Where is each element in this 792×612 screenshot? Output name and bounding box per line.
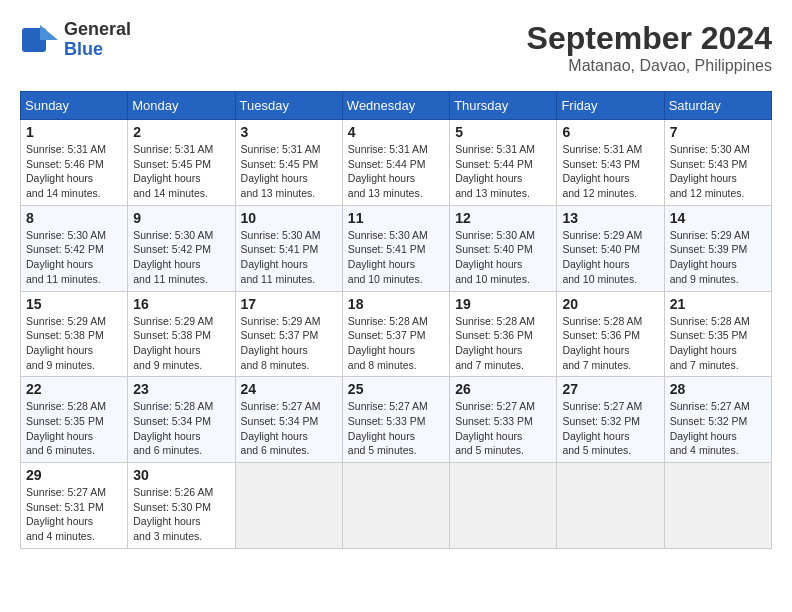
calendar-cell: 23 Sunrise: 5:28 AM Sunset: 5:34 PM Dayl… bbox=[128, 377, 235, 463]
calendar-week-row: 8 Sunrise: 5:30 AM Sunset: 5:42 PM Dayli… bbox=[21, 205, 772, 291]
calendar-cell: 3 Sunrise: 5:31 AM Sunset: 5:45 PM Dayli… bbox=[235, 120, 342, 206]
page-header: General Blue September 2024 Matanao, Dav… bbox=[20, 20, 772, 75]
calendar-title: September 2024 bbox=[527, 20, 772, 57]
day-number: 28 bbox=[670, 381, 766, 397]
calendar-cell: 17 Sunrise: 5:29 AM Sunset: 5:37 PM Dayl… bbox=[235, 291, 342, 377]
day-number: 3 bbox=[241, 124, 337, 140]
day-info: Sunrise: 5:27 AM Sunset: 5:33 PM Dayligh… bbox=[455, 399, 551, 458]
calendar-cell: 26 Sunrise: 5:27 AM Sunset: 5:33 PM Dayl… bbox=[450, 377, 557, 463]
day-info: Sunrise: 5:28 AM Sunset: 5:35 PM Dayligh… bbox=[670, 314, 766, 373]
logo-line2: Blue bbox=[64, 40, 131, 60]
calendar-cell: 11 Sunrise: 5:30 AM Sunset: 5:41 PM Dayl… bbox=[342, 205, 449, 291]
day-number: 14 bbox=[670, 210, 766, 226]
day-number: 30 bbox=[133, 467, 229, 483]
svg-marker-1 bbox=[40, 25, 58, 40]
calendar-week-row: 1 Sunrise: 5:31 AM Sunset: 5:46 PM Dayli… bbox=[21, 120, 772, 206]
day-info: Sunrise: 5:30 AM Sunset: 5:40 PM Dayligh… bbox=[455, 228, 551, 287]
day-info: Sunrise: 5:30 AM Sunset: 5:42 PM Dayligh… bbox=[26, 228, 122, 287]
calendar-cell bbox=[450, 463, 557, 549]
day-number: 21 bbox=[670, 296, 766, 312]
day-info: Sunrise: 5:30 AM Sunset: 5:42 PM Dayligh… bbox=[133, 228, 229, 287]
calendar-cell: 24 Sunrise: 5:27 AM Sunset: 5:34 PM Dayl… bbox=[235, 377, 342, 463]
calendar-table: SundayMondayTuesdayWednesdayThursdayFrid… bbox=[20, 91, 772, 549]
day-info: Sunrise: 5:28 AM Sunset: 5:34 PM Dayligh… bbox=[133, 399, 229, 458]
calendar-cell: 21 Sunrise: 5:28 AM Sunset: 5:35 PM Dayl… bbox=[664, 291, 771, 377]
day-number: 20 bbox=[562, 296, 658, 312]
calendar-subtitle: Matanao, Davao, Philippines bbox=[527, 57, 772, 75]
day-info: Sunrise: 5:26 AM Sunset: 5:30 PM Dayligh… bbox=[133, 485, 229, 544]
day-number: 9 bbox=[133, 210, 229, 226]
calendar-cell: 19 Sunrise: 5:28 AM Sunset: 5:36 PM Dayl… bbox=[450, 291, 557, 377]
calendar-cell: 27 Sunrise: 5:27 AM Sunset: 5:32 PM Dayl… bbox=[557, 377, 664, 463]
calendar-cell: 14 Sunrise: 5:29 AM Sunset: 5:39 PM Dayl… bbox=[664, 205, 771, 291]
day-number: 1 bbox=[26, 124, 122, 140]
day-info: Sunrise: 5:27 AM Sunset: 5:33 PM Dayligh… bbox=[348, 399, 444, 458]
day-number: 2 bbox=[133, 124, 229, 140]
day-info: Sunrise: 5:31 AM Sunset: 5:45 PM Dayligh… bbox=[133, 142, 229, 201]
day-number: 12 bbox=[455, 210, 551, 226]
logo: General Blue bbox=[20, 20, 131, 60]
day-info: Sunrise: 5:30 AM Sunset: 5:41 PM Dayligh… bbox=[348, 228, 444, 287]
calendar-col-header: Wednesday bbox=[342, 92, 449, 120]
calendar-cell: 25 Sunrise: 5:27 AM Sunset: 5:33 PM Dayl… bbox=[342, 377, 449, 463]
calendar-cell: 1 Sunrise: 5:31 AM Sunset: 5:46 PM Dayli… bbox=[21, 120, 128, 206]
day-info: Sunrise: 5:29 AM Sunset: 5:38 PM Dayligh… bbox=[26, 314, 122, 373]
day-info: Sunrise: 5:30 AM Sunset: 5:41 PM Dayligh… bbox=[241, 228, 337, 287]
logo-line1: General bbox=[64, 20, 131, 40]
day-info: Sunrise: 5:28 AM Sunset: 5:36 PM Dayligh… bbox=[562, 314, 658, 373]
day-number: 25 bbox=[348, 381, 444, 397]
day-info: Sunrise: 5:27 AM Sunset: 5:31 PM Dayligh… bbox=[26, 485, 122, 544]
calendar-col-header: Tuesday bbox=[235, 92, 342, 120]
calendar-cell: 2 Sunrise: 5:31 AM Sunset: 5:45 PM Dayli… bbox=[128, 120, 235, 206]
calendar-col-header: Monday bbox=[128, 92, 235, 120]
day-info: Sunrise: 5:28 AM Sunset: 5:37 PM Dayligh… bbox=[348, 314, 444, 373]
day-info: Sunrise: 5:29 AM Sunset: 5:37 PM Dayligh… bbox=[241, 314, 337, 373]
day-number: 8 bbox=[26, 210, 122, 226]
day-number: 19 bbox=[455, 296, 551, 312]
day-info: Sunrise: 5:29 AM Sunset: 5:40 PM Dayligh… bbox=[562, 228, 658, 287]
calendar-week-row: 15 Sunrise: 5:29 AM Sunset: 5:38 PM Dayl… bbox=[21, 291, 772, 377]
day-info: Sunrise: 5:31 AM Sunset: 5:46 PM Dayligh… bbox=[26, 142, 122, 201]
day-info: Sunrise: 5:27 AM Sunset: 5:32 PM Dayligh… bbox=[670, 399, 766, 458]
calendar-col-header: Saturday bbox=[664, 92, 771, 120]
calendar-cell: 29 Sunrise: 5:27 AM Sunset: 5:31 PM Dayl… bbox=[21, 463, 128, 549]
calendar-cell: 13 Sunrise: 5:29 AM Sunset: 5:40 PM Dayl… bbox=[557, 205, 664, 291]
day-number: 16 bbox=[133, 296, 229, 312]
day-info: Sunrise: 5:31 AM Sunset: 5:44 PM Dayligh… bbox=[348, 142, 444, 201]
day-number: 4 bbox=[348, 124, 444, 140]
calendar-cell: 20 Sunrise: 5:28 AM Sunset: 5:36 PM Dayl… bbox=[557, 291, 664, 377]
day-number: 27 bbox=[562, 381, 658, 397]
day-info: Sunrise: 5:30 AM Sunset: 5:43 PM Dayligh… bbox=[670, 142, 766, 201]
day-info: Sunrise: 5:27 AM Sunset: 5:34 PM Dayligh… bbox=[241, 399, 337, 458]
calendar-cell: 22 Sunrise: 5:28 AM Sunset: 5:35 PM Dayl… bbox=[21, 377, 128, 463]
calendar-cell bbox=[557, 463, 664, 549]
day-number: 24 bbox=[241, 381, 337, 397]
calendar-cell: 8 Sunrise: 5:30 AM Sunset: 5:42 PM Dayli… bbox=[21, 205, 128, 291]
calendar-header-row: SundayMondayTuesdayWednesdayThursdayFrid… bbox=[21, 92, 772, 120]
day-info: Sunrise: 5:29 AM Sunset: 5:38 PM Dayligh… bbox=[133, 314, 229, 373]
day-number: 17 bbox=[241, 296, 337, 312]
day-info: Sunrise: 5:29 AM Sunset: 5:39 PM Dayligh… bbox=[670, 228, 766, 287]
calendar-cell: 12 Sunrise: 5:30 AM Sunset: 5:40 PM Dayl… bbox=[450, 205, 557, 291]
day-number: 15 bbox=[26, 296, 122, 312]
calendar-cell: 15 Sunrise: 5:29 AM Sunset: 5:38 PM Dayl… bbox=[21, 291, 128, 377]
calendar-cell: 18 Sunrise: 5:28 AM Sunset: 5:37 PM Dayl… bbox=[342, 291, 449, 377]
day-info: Sunrise: 5:27 AM Sunset: 5:32 PM Dayligh… bbox=[562, 399, 658, 458]
day-info: Sunrise: 5:28 AM Sunset: 5:35 PM Dayligh… bbox=[26, 399, 122, 458]
day-info: Sunrise: 5:31 AM Sunset: 5:45 PM Dayligh… bbox=[241, 142, 337, 201]
day-info: Sunrise: 5:31 AM Sunset: 5:43 PM Dayligh… bbox=[562, 142, 658, 201]
calendar-cell bbox=[342, 463, 449, 549]
day-number: 23 bbox=[133, 381, 229, 397]
calendar-cell: 30 Sunrise: 5:26 AM Sunset: 5:30 PM Dayl… bbox=[128, 463, 235, 549]
calendar-col-header: Sunday bbox=[21, 92, 128, 120]
day-number: 22 bbox=[26, 381, 122, 397]
calendar-week-row: 29 Sunrise: 5:27 AM Sunset: 5:31 PM Dayl… bbox=[21, 463, 772, 549]
day-number: 10 bbox=[241, 210, 337, 226]
day-number: 26 bbox=[455, 381, 551, 397]
day-number: 6 bbox=[562, 124, 658, 140]
calendar-cell: 9 Sunrise: 5:30 AM Sunset: 5:42 PM Dayli… bbox=[128, 205, 235, 291]
day-info: Sunrise: 5:28 AM Sunset: 5:36 PM Dayligh… bbox=[455, 314, 551, 373]
calendar-cell: 5 Sunrise: 5:31 AM Sunset: 5:44 PM Dayli… bbox=[450, 120, 557, 206]
calendar-cell: 10 Sunrise: 5:30 AM Sunset: 5:41 PM Dayl… bbox=[235, 205, 342, 291]
day-number: 18 bbox=[348, 296, 444, 312]
